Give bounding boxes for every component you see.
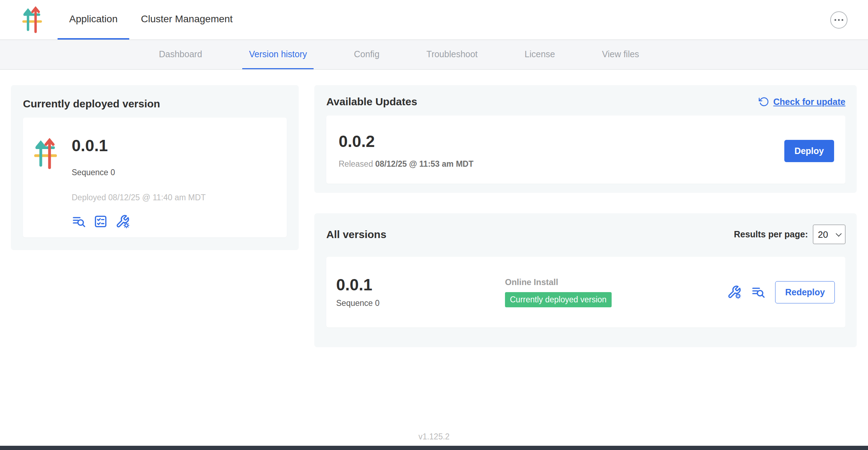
deployed-version-info: 0.0.1 Sequence 0 Deployed 08/12/25 @ 11:… bbox=[72, 137, 206, 229]
app-logo-icon bbox=[21, 0, 43, 40]
wrench-gear-icon bbox=[115, 214, 130, 229]
version-row: 0.0.1 Sequence 0 Online Install Currentl… bbox=[326, 257, 845, 327]
redeploy-button[interactable]: Redeploy bbox=[775, 281, 835, 303]
all-versions-card: All versions Results per page: 20 0.0. bbox=[314, 213, 857, 347]
edit-config-button[interactable] bbox=[115, 214, 130, 229]
available-update-row: 0.0.2 Released 08/12/25 @ 11:53 am MDT D… bbox=[326, 116, 845, 184]
app-logo-icon bbox=[33, 137, 58, 229]
currently-deployed-card: Currently deployed version 0.0.1 Sequenc… bbox=[11, 85, 299, 250]
refresh-icon bbox=[759, 96, 769, 107]
update-released-timestamp: Released 08/12/25 @ 11:53 am MDT bbox=[339, 159, 784, 169]
subnav-item-dashboard[interactable]: Dashboard bbox=[152, 40, 209, 69]
admin-console-page: Application Cluster Management Dashboard… bbox=[0, 0, 868, 450]
released-date: 08/12/25 @ 11:53 am MDT bbox=[375, 159, 474, 168]
view-logs-button[interactable] bbox=[751, 285, 765, 299]
version-row-info: 0.0.1 Sequence 0 bbox=[336, 277, 505, 308]
tab-cluster-management-label: Cluster Management bbox=[141, 13, 233, 25]
versions-card-header: All versions Results per page: 20 bbox=[326, 225, 845, 244]
view-logs-button[interactable] bbox=[72, 214, 86, 229]
deployed-timestamp: Deployed 08/12/25 @ 11:40 am MDT bbox=[72, 193, 206, 202]
results-per-page-select-wrap: 20 bbox=[813, 225, 845, 244]
deployed-actions bbox=[72, 214, 206, 229]
checklist-icon bbox=[94, 214, 108, 229]
subnav-config-label: Config bbox=[354, 49, 379, 59]
results-per-page-select[interactable]: 20 bbox=[813, 225, 845, 244]
subnav-item-config[interactable]: Config bbox=[347, 40, 386, 69]
subnav-item-version-history[interactable]: Version history bbox=[242, 40, 314, 69]
updates-card-title: Available Updates bbox=[326, 96, 417, 108]
version-row-actions: Redeploy bbox=[727, 281, 835, 303]
tab-application-label: Application bbox=[69, 13, 118, 25]
view-logs-icon bbox=[72, 214, 86, 229]
check-for-update-link[interactable]: Check for update bbox=[759, 96, 845, 107]
right-column: Available Updates Check for update 0.0.2… bbox=[314, 85, 857, 347]
main-content: Currently deployed version 0.0.1 Sequenc… bbox=[0, 70, 868, 347]
row-version-number: 0.0.1 bbox=[336, 277, 505, 293]
subnav-item-troubleshoot[interactable]: Troubleshoot bbox=[420, 40, 484, 69]
top-header: Application Cluster Management bbox=[0, 0, 868, 40]
available-updates-card: Available Updates Check for update 0.0.2… bbox=[314, 85, 857, 193]
preflight-checks-button[interactable] bbox=[94, 214, 108, 229]
more-options-button[interactable] bbox=[830, 11, 848, 29]
view-logs-icon bbox=[751, 285, 765, 299]
version-row-status: Online Install Currently deployed versio… bbox=[505, 277, 612, 307]
app-subnav: Dashboard Version history Config Trouble… bbox=[0, 40, 868, 70]
subnav-license-label: License bbox=[525, 49, 555, 59]
tab-cluster-management[interactable]: Cluster Management bbox=[129, 0, 244, 40]
results-per-page-label: Results per page: bbox=[734, 229, 808, 239]
deployed-card-title: Currently deployed version bbox=[23, 98, 287, 110]
deploy-button[interactable]: Deploy bbox=[784, 140, 834, 162]
check-for-update-label: Check for update bbox=[773, 97, 845, 107]
deployed-sequence: Sequence 0 bbox=[72, 168, 206, 177]
install-type-label: Online Install bbox=[505, 277, 558, 287]
subnav-version-history-label: Version history bbox=[249, 49, 307, 59]
row-sequence: Sequence 0 bbox=[336, 298, 505, 308]
update-version-number: 0.0.2 bbox=[339, 133, 784, 149]
tab-application[interactable]: Application bbox=[58, 0, 129, 40]
edit-config-button[interactable] bbox=[727, 285, 741, 299]
ellipsis-icon bbox=[834, 19, 843, 21]
subnav-troubleshoot-label: Troubleshoot bbox=[427, 49, 478, 59]
results-per-page: Results per page: 20 bbox=[734, 225, 845, 244]
top-nav: Application Cluster Management bbox=[58, 0, 244, 40]
currently-deployed-badge: Currently deployed version bbox=[505, 292, 612, 307]
deployed-version-number: 0.0.1 bbox=[72, 137, 206, 154]
updates-card-header: Available Updates Check for update bbox=[326, 96, 845, 108]
subnav-dashboard-label: Dashboard bbox=[159, 49, 202, 59]
subnav-view-files-label: View files bbox=[602, 49, 639, 59]
bottom-bar bbox=[0, 446, 868, 450]
released-label: Released bbox=[339, 159, 373, 168]
wrench-gear-icon bbox=[727, 285, 741, 299]
deployed-version-panel: 0.0.1 Sequence 0 Deployed 08/12/25 @ 11:… bbox=[23, 118, 287, 237]
console-version: v1.125.2 bbox=[0, 432, 868, 442]
subnav-item-license[interactable]: License bbox=[518, 40, 562, 69]
update-version-info: 0.0.2 Released 08/12/25 @ 11:53 am MDT bbox=[339, 133, 784, 169]
subnav-item-view-files[interactable]: View files bbox=[595, 40, 646, 69]
versions-card-title: All versions bbox=[326, 229, 386, 241]
